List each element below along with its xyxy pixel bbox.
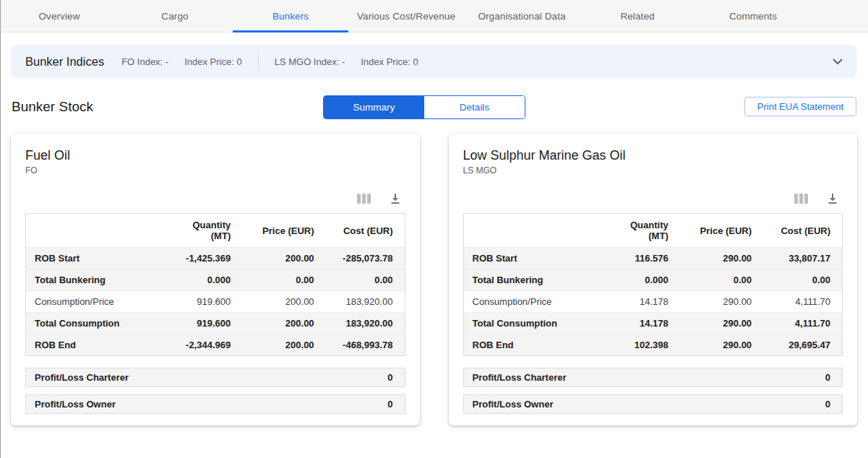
tab-related[interactable]: Related	[580, 0, 695, 32]
columns-icon[interactable]	[357, 193, 371, 204]
row-price: 200.00	[238, 291, 321, 313]
col-header-quantity: Quantity (MT)	[607, 214, 675, 248]
table-row-total-consumption: Total Consumption 14.178 290.00 4,111.70	[463, 313, 843, 334]
profit-loss-value: 0	[387, 399, 392, 410]
page-title: Bunker Stock	[12, 99, 93, 115]
col-header-price: Price (EUR)	[238, 214, 321, 248]
card-actions	[25, 191, 401, 206]
row-quantity: -2,344.969	[170, 334, 238, 356]
row-cost: 4,111.70	[759, 313, 842, 334]
row-quantity: 919.600	[170, 291, 238, 313]
row-quantity: 14.178	[607, 291, 675, 313]
profit-loss-charterer: Profit/Loss Charterer 0	[25, 368, 405, 387]
row-quantity: 102.398	[607, 334, 675, 356]
download-icon[interactable]	[390, 193, 401, 204]
profit-loss-value: 0	[387, 372, 392, 383]
bunker-card-fuel-oil: Fuel Oil FO Quantity (MT) Price (EUR) Co…	[11, 134, 420, 425]
row-quantity: 116.576	[607, 248, 675, 269]
row-cost: 0.00	[759, 269, 842, 291]
card-subtitle: LS MGO	[463, 165, 843, 176]
row-quantity: 919.600	[170, 313, 238, 334]
ls-mgo-index-price: Index Price: 0	[361, 56, 418, 67]
row-label: ROB Start	[26, 248, 170, 269]
bunker-stock-header: Bunker Stock Summary Details Print EUA S…	[12, 95, 856, 118]
card-actions	[463, 191, 839, 206]
row-price: 200.00	[238, 334, 321, 356]
row-quantity: 0.000	[607, 269, 675, 291]
row-cost: 0.00	[322, 269, 405, 291]
bunker-cards-row: Fuel Oil FO Quantity (MT) Price (EUR) Co…	[11, 134, 857, 425]
row-label: Consumption/Price	[26, 291, 170, 313]
tab-overview[interactable]: Overview	[1, 0, 117, 32]
row-cost: 33,807.17	[759, 248, 842, 269]
row-cost: 4,111.70	[759, 291, 842, 313]
fo-index-price: Index Price: 0	[184, 56, 242, 67]
table-row-total-bunkering: Total Bunkering 0.000 0.00 0.00	[463, 269, 843, 291]
fo-index-value: FO Index: -	[121, 56, 168, 67]
profit-loss-label: Profit/Loss Charterer	[473, 372, 567, 383]
row-label: Total Bunkering	[26, 269, 170, 291]
col-header-price: Price (EUR)	[676, 214, 759, 248]
bunker-indices-bar[interactable]: Bunker Indices FO Index: - Index Price: …	[11, 45, 857, 78]
table-row-rob-start: ROB Start 116.576 290.00 33,807.17	[463, 248, 843, 269]
row-cost: 29,695.47	[759, 334, 842, 356]
chevron-down-icon[interactable]	[833, 59, 843, 65]
bunker-summary-table: Quantity (MT) Price (EUR) Cost (EUR) ROB…	[25, 213, 405, 356]
row-price: 0.00	[238, 269, 321, 291]
row-cost: 183,920.00	[322, 291, 405, 313]
row-label: ROB End	[463, 334, 607, 356]
card-subtitle: FO	[25, 165, 405, 176]
table-header-row: Quantity (MT) Price (EUR) Cost (EUR)	[463, 214, 843, 248]
card-title: Fuel Oil	[25, 148, 405, 163]
row-label: Total Consumption	[26, 313, 170, 334]
table-row-consumption-price: Consumption/Price 919.600 200.00 183,920…	[26, 291, 405, 313]
profit-loss-owner: Profit/Loss Owner 0	[25, 394, 405, 414]
profit-loss-value: 0	[825, 372, 830, 383]
row-quantity: 14.178	[607, 313, 675, 334]
row-price: 290.00	[676, 334, 759, 356]
table-header-row: Quantity (MT) Price (EUR) Cost (EUR)	[26, 214, 405, 248]
profit-loss-label: Profit/Loss Owner	[473, 399, 554, 410]
row-cost: -285,073.78	[322, 248, 405, 269]
row-label: Consumption/Price	[463, 291, 607, 313]
table-row-rob-start: ROB Start -1,425.369 200.00 -285,073.78	[26, 248, 405, 269]
row-price: 200.00	[238, 248, 321, 269]
row-cost: -468,993.78	[322, 334, 405, 356]
row-label: ROB End	[26, 334, 170, 356]
row-label: Total Consumption	[463, 313, 607, 334]
tab-organisational-data[interactable]: Organisational Data	[464, 0, 580, 32]
bunker-summary-table: Quantity (MT) Price (EUR) Cost (EUR) ROB…	[463, 213, 843, 356]
toggle-details-button[interactable]: Details	[424, 96, 525, 118]
table-corner-cell	[463, 214, 607, 248]
tab-various-cost-revenue[interactable]: Various Cost/Revenue	[348, 0, 464, 32]
tab-bar: Overview Cargo Bunkers Various Cost/Reve…	[0, 0, 868, 33]
row-price: 290.00	[676, 291, 759, 313]
columns-icon[interactable]	[794, 193, 808, 204]
table-row-total-consumption: Total Consumption 919.600 200.00 183,920…	[26, 313, 405, 334]
row-label: Total Bunkering	[463, 269, 607, 291]
table-row-rob-end: ROB End 102.398 290.00 29,695.47	[463, 334, 843, 356]
profit-loss-charterer: Profit/Loss Charterer 0	[463, 368, 843, 387]
bunker-indices-title: Bunker Indices	[25, 55, 104, 69]
tab-comments[interactable]: Comments	[695, 0, 811, 32]
view-toggle: Summary Details	[323, 95, 525, 119]
table-row-consumption-price: Consumption/Price 14.178 290.00 4,111.70	[463, 291, 843, 313]
tab-bunkers[interactable]: Bunkers	[233, 0, 348, 32]
col-header-cost: Cost (EUR)	[759, 214, 842, 248]
row-price: 0.00	[676, 269, 759, 291]
profit-loss-label: Profit/Loss Charterer	[35, 372, 129, 383]
profit-loss-owner: Profit/Loss Owner 0	[463, 394, 843, 414]
table-corner-cell	[26, 214, 170, 248]
tab-cargo[interactable]: Cargo	[117, 0, 233, 32]
print-eua-statement-button[interactable]: Print EUA Statement	[744, 97, 856, 116]
col-header-cost: Cost (EUR)	[322, 214, 405, 248]
row-quantity: 0.000	[170, 269, 238, 291]
row-quantity: -1,425.369	[170, 248, 238, 269]
col-header-quantity: Quantity (MT)	[170, 214, 238, 248]
download-icon[interactable]	[827, 193, 838, 204]
bunker-card-ls-mgo: Low Sulphur Marine Gas Oil LS MGO Quanti…	[449, 134, 858, 425]
toggle-summary-button[interactable]: Summary	[324, 96, 424, 118]
card-title: Low Sulphur Marine Gas Oil	[463, 148, 843, 163]
table-row-rob-end: ROB End -2,344.969 200.00 -468,993.78	[26, 334, 405, 356]
table-row-total-bunkering: Total Bunkering 0.000 0.00 0.00	[26, 269, 405, 291]
